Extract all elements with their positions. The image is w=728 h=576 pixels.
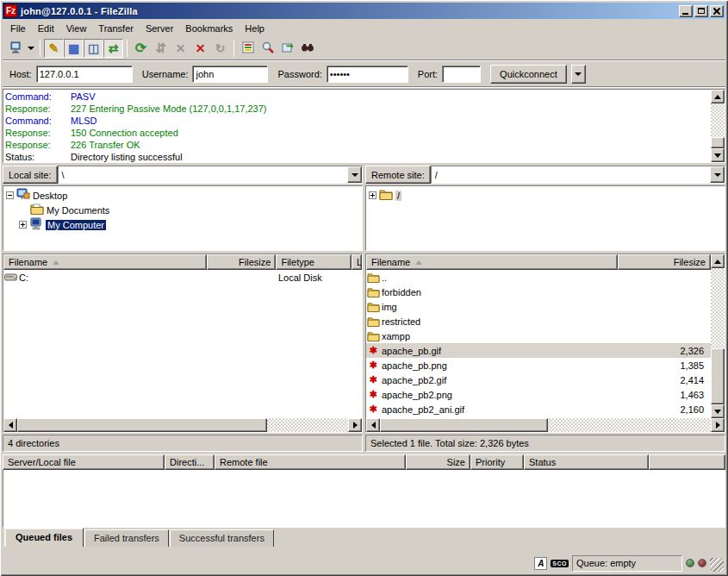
- tab-failed-transfers[interactable]: Failed transfers: [84, 529, 169, 547]
- password-input[interactable]: [327, 66, 408, 83]
- local-file-row[interactable]: C: Local Disk: [3, 270, 362, 285]
- username-input[interactable]: [192, 66, 268, 83]
- menu-server[interactable]: Server: [140, 22, 179, 35]
- scroll-down-button[interactable]: [711, 148, 725, 162]
- port-input[interactable]: [442, 66, 481, 83]
- remote-tree[interactable]: /: [365, 185, 725, 251]
- site-manager-button[interactable]: [6, 39, 26, 58]
- toggle-local-tree-button[interactable]: ▦: [64, 39, 84, 58]
- titlebar[interactable]: Fz john@127.0.0.1 - FileZilla: [3, 3, 725, 19]
- scroll-down-button[interactable]: [711, 404, 725, 418]
- process-queue-icon: ⇵: [155, 41, 166, 54]
- expand-icon[interactable]: [19, 221, 27, 229]
- menu-help[interactable]: Help: [239, 22, 271, 35]
- local-site-dropdown[interactable]: [347, 166, 362, 183]
- expand-icon[interactable]: [369, 191, 376, 199]
- scroll-thumb[interactable]: [17, 418, 267, 432]
- tree-item-desktop[interactable]: Desktop: [4, 188, 361, 203]
- tree-item-my-documents[interactable]: My Documents: [4, 203, 361, 217]
- remote-file-row-selected[interactable]: ✱ apache_pb.gif 2,326: [366, 343, 711, 358]
- tab-queued-files[interactable]: Queued files: [4, 528, 84, 547]
- remote-rows[interactable]: .. forbidden img: [366, 270, 711, 418]
- reconnect-button[interactable]: ↻: [210, 39, 230, 58]
- remote-folder-row[interactable]: ..: [366, 270, 711, 285]
- collapse-icon[interactable]: [6, 191, 14, 199]
- scroll-thumb[interactable]: [711, 348, 725, 404]
- close-button[interactable]: [710, 5, 724, 17]
- directory-comparison-button[interactable]: [277, 39, 297, 58]
- synchronized-browsing-button[interactable]: [297, 39, 317, 58]
- menu-view[interactable]: View: [60, 22, 93, 35]
- message-log: Command: PASV Response: 227 Entering Pas…: [3, 89, 725, 163]
- quickconnect-button[interactable]: Quickconnect: [490, 65, 567, 84]
- scroll-track[interactable]: [711, 103, 725, 148]
- remote-folder-row[interactable]: forbidden: [366, 285, 711, 299]
- toggle-remote-tree-button[interactable]: ◫: [84, 39, 103, 58]
- toggle-queue-button[interactable]: ⇄: [103, 39, 123, 58]
- scroll-left-button[interactable]: [366, 418, 380, 432]
- column-header-server-local-file[interactable]: Server/Local file: [3, 454, 165, 470]
- remote-horizontal-scrollbar[interactable]: [366, 418, 725, 432]
- local-site-combo[interactable]: \: [58, 166, 363, 184]
- maximize-button[interactable]: [694, 5, 708, 17]
- scroll-track[interactable]: [380, 418, 711, 432]
- column-header-filesize[interactable]: Filesize: [207, 254, 277, 270]
- find-files-button[interactable]: [258, 39, 277, 58]
- cancel-operation-button[interactable]: ✕: [171, 39, 190, 58]
- scroll-right-button[interactable]: [348, 418, 362, 432]
- log-vertical-scrollbar[interactable]: [711, 90, 725, 162]
- host-input[interactable]: [36, 66, 133, 83]
- data-type-indicator-icon[interactable]: A: [534, 557, 547, 570]
- status-badge-icon[interactable]: SCO: [551, 560, 569, 567]
- queue-body[interactable]: [3, 470, 725, 528]
- column-header-size[interactable]: Size: [406, 454, 470, 470]
- scroll-thumb[interactable]: [380, 418, 548, 432]
- column-header-status[interactable]: Status: [524, 454, 649, 470]
- site-manager-dropdown[interactable]: [26, 39, 36, 58]
- disconnect-button[interactable]: ✕: [190, 39, 210, 58]
- remote-folder-row[interactable]: xampp: [366, 329, 711, 343]
- column-header-filename[interactable]: Filename: [366, 254, 618, 270]
- remote-folder-row[interactable]: restricted: [366, 314, 711, 329]
- refresh-button[interactable]: ⟳: [131, 39, 151, 58]
- local-rows[interactable]: C: Local Disk: [3, 270, 362, 418]
- tree-item-root[interactable]: /: [367, 188, 724, 203]
- local-horizontal-scrollbar[interactable]: [3, 418, 362, 432]
- process-queue-button[interactable]: ⇵: [151, 39, 171, 58]
- remote-file-row[interactable]: ✱ apache_pb2.png 1,463: [366, 387, 711, 402]
- column-header-priority[interactable]: Priority: [470, 454, 524, 470]
- scroll-thumb[interactable]: [711, 137, 725, 148]
- remote-vertical-scrollbar[interactable]: [711, 254, 725, 418]
- menu-file[interactable]: File: [4, 22, 32, 35]
- column-header-filetype[interactable]: Filetype: [276, 254, 352, 270]
- remote-file-row[interactable]: ✱ apache_pb2_ani.gif 2,160: [366, 402, 711, 416]
- menu-edit[interactable]: Edit: [32, 22, 60, 35]
- remote-site-dropdown[interactable]: [710, 166, 725, 183]
- menu-bookmarks[interactable]: Bookmarks: [179, 22, 239, 35]
- scroll-up-button[interactable]: [711, 254, 725, 268]
- remote-folder-row[interactable]: img: [366, 299, 711, 314]
- scroll-track[interactable]: [17, 418, 348, 432]
- menu-transfer[interactable]: Transfer: [92, 22, 140, 35]
- local-tree[interactable]: Desktop My Documents My Computer: [3, 185, 363, 251]
- scroll-up-button[interactable]: [711, 90, 725, 103]
- remote-file-row[interactable]: ✱ apache_pb.png 1,385: [366, 358, 711, 373]
- toggle-message-log-button[interactable]: ✎: [44, 39, 64, 58]
- message-log-body[interactable]: Command: PASV Response: 227 Entering Pas…: [3, 90, 711, 162]
- scroll-left-button[interactable]: [3, 418, 17, 432]
- column-header-remote-file[interactable]: Remote file: [215, 454, 406, 470]
- minimize-button[interactable]: [679, 5, 693, 17]
- quickconnect-dropdown[interactable]: [571, 65, 586, 84]
- tab-successful-transfers[interactable]: Successful transfers: [170, 529, 274, 547]
- remote-site-combo[interactable]: /: [431, 166, 725, 184]
- scroll-track[interactable]: [711, 268, 725, 404]
- column-header-filename[interactable]: Filename: [3, 254, 207, 270]
- column-header-filesize[interactable]: Filesize: [618, 254, 711, 270]
- resize-grip[interactable]: [710, 558, 724, 572]
- column-header-direction[interactable]: Directi...: [165, 454, 215, 470]
- column-header-last-modified[interactable]: L: [352, 254, 362, 270]
- filter-button[interactable]: [238, 39, 258, 58]
- scroll-right-button[interactable]: [711, 418, 725, 432]
- remote-file-row[interactable]: ✱ apache_pb2.gif 2,414: [366, 373, 711, 387]
- tree-item-my-computer[interactable]: My Computer: [4, 217, 361, 232]
